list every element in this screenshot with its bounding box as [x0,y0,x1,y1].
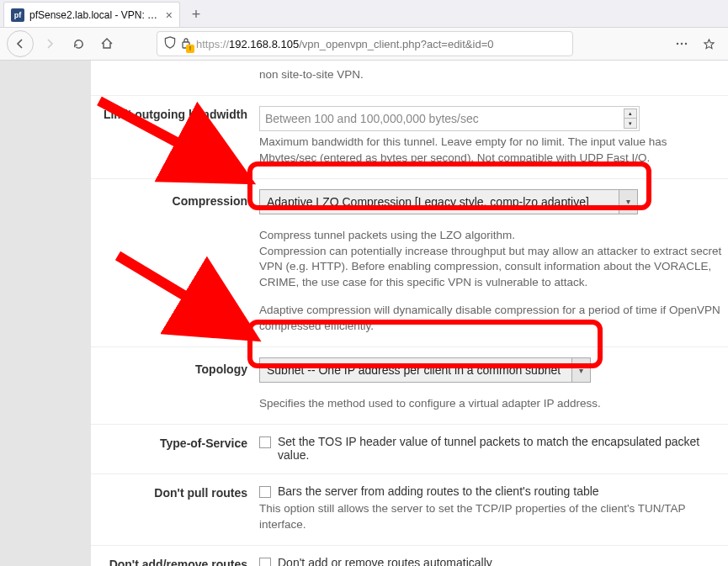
close-tab-icon[interactable]: × [166,8,173,22]
chevron-down-icon: ▾ [571,358,590,382]
new-tab-button[interactable]: + [183,2,209,27]
page-content: non site-to-site VPN. Limit outgoing ban… [0,61,728,566]
bandwidth-input[interactable]: Between 100 and 100,000,000 bytes/sec ▴▾ [259,106,640,131]
chevron-down-icon: ▾ [619,190,637,214]
tos-checkbox[interactable] [259,436,271,448]
compression-select[interactable]: Adaptive LZO Compression [Legacy style, … [259,189,638,214]
compression-value: Adaptive LZO Compression [Legacy style, … [267,195,589,209]
pull-routes-label: Don't pull routes [91,484,259,533]
compression-label: Compression [91,189,259,335]
lock-warning-icon: ! [181,37,191,51]
browser-toolbar: ! https://192.168.8.105/vpn_openvpn_clie… [0,28,728,61]
svg-point-3 [685,43,687,45]
back-button[interactable] [7,30,34,57]
addremove-label: Don't add/remove routes [91,556,259,566]
form-panel: non site-to-site VPN. Limit outgoing ban… [91,61,728,566]
topology-value: Subnet -- One IP address per client in a… [267,363,561,377]
reload-button[interactable] [66,31,91,56]
url-text: https://192.168.8.105/vpn_openvpn_client… [196,38,566,50]
bookmark-icon[interactable] [696,31,721,56]
favicon: pf [11,8,24,22]
pull-routes-checkbox-label: Bars the server from adding routes to th… [278,484,599,498]
pull-routes-help: This option still allows the server to s… [259,501,724,533]
menu-dots-icon[interactable] [669,31,694,56]
shield-icon [164,36,176,51]
browser-tab[interactable]: pf pfSense2.lab.local - VPN: Open × [3,2,180,27]
url-bar[interactable]: ! https://192.168.8.105/vpn_openvpn_clie… [157,31,573,56]
tab-strip: pf pfSense2.lab.local - VPN: Open × + [0,0,728,28]
pull-routes-checkbox[interactable] [259,486,271,498]
tos-checkbox-label: Set the TOS IP header value of tunnel pa… [278,435,724,462]
prev-help-fragment: non site-to-site VPN. [259,67,724,83]
compression-help3: Adaptive compression will dynamically di… [259,303,724,335]
addremove-checkbox-label: Don't add or remove routes automatically [278,556,492,566]
svg-point-2 [681,43,683,45]
bandwidth-help: Maximum bandwidth for this tunnel. Leave… [259,135,724,167]
compression-help1: Compress tunnel packets using the LZO al… [259,228,724,244]
bandwidth-label: Limit outgoing bandwidth [91,106,259,167]
home-button[interactable] [94,31,120,56]
forward-button [37,31,62,56]
number-spinner[interactable]: ▴▾ [624,108,637,129]
topology-select[interactable]: Subnet -- One IP address per client in a… [259,357,591,383]
compression-help2: Compression can potentially increase thr… [259,244,724,292]
tab-title: pfSense2.lab.local - VPN: Open [29,9,161,21]
topology-label: Topology [91,357,259,412]
bandwidth-placeholder: Between 100 and 100,000,000 bytes/sec [265,112,479,125]
svg-point-1 [677,43,678,45]
topology-help: Specifies the method used to configure a… [259,396,724,412]
addremove-checkbox[interactable] [259,558,271,566]
tos-label: Type-of-Service [91,435,259,462]
